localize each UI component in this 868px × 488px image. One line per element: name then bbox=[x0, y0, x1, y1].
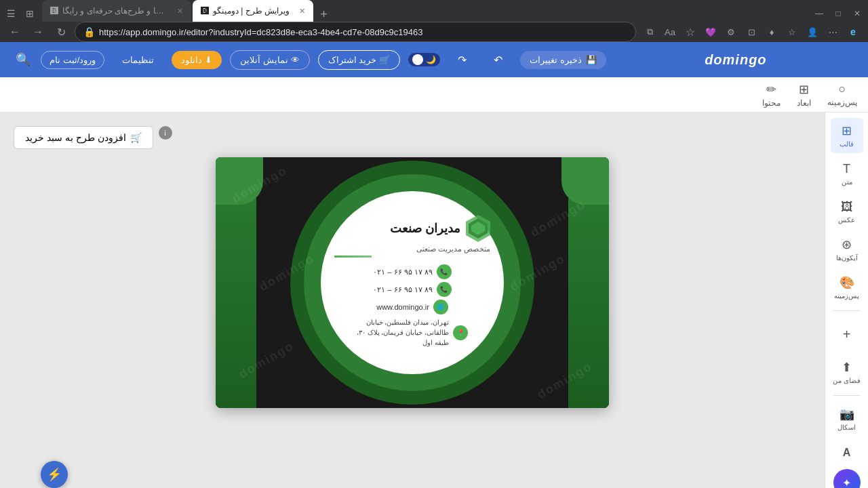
info-icon: i bbox=[159, 126, 172, 140]
tab-label-2: ویرایش طرح | دومینگو bbox=[213, 6, 290, 16]
template-label: قالب bbox=[840, 140, 854, 148]
profile-btn[interactable]: 👤 bbox=[803, 22, 822, 41]
bg-panel-label: پس‌زمینه bbox=[834, 292, 859, 300]
settings-button[interactable]: تنظیمات bbox=[113, 51, 163, 69]
scan-icon: 📷 bbox=[840, 407, 854, 422]
extensions-btn[interactable]: ⊞ bbox=[22, 5, 38, 22]
preview-button[interactable]: 👁 نمایش آنلاین bbox=[230, 50, 310, 70]
panel-photo-btn[interactable]: 🖼 عکس bbox=[831, 194, 863, 229]
forward-button[interactable]: → bbox=[28, 22, 47, 41]
tool-content[interactable]: ✏ محتوا bbox=[762, 82, 781, 108]
panel-divider-1 bbox=[833, 310, 861, 311]
tool-dimensions[interactable]: ⊞ ابعاد bbox=[797, 82, 811, 108]
theme-toggle[interactable]: 🌙 bbox=[408, 53, 440, 66]
moon-icon: 🌙 bbox=[426, 55, 436, 64]
floating-action-button[interactable]: ⚡ bbox=[41, 461, 68, 488]
browser-ext1[interactable]: ⚙ bbox=[722, 22, 741, 41]
tab-editor[interactable]: 🅳 ویرایش طرح | دومینگو ✕ bbox=[193, 0, 313, 22]
website-text: www.domingo.ir bbox=[376, 303, 429, 311]
favorite-btn[interactable]: ☆ bbox=[681, 22, 700, 41]
eye-icon: 👁 bbox=[291, 55, 300, 65]
app-container: domingo 💾 ذخیره تغییرات ↶ ↷ 🌙 🛒 خرید اشت… bbox=[0, 42, 868, 488]
phone1-row: 📞 ۰۲۱ – ۶۶ ۹۵ ۱۷ ۸۹ bbox=[373, 264, 451, 279]
panel-text-btn[interactable]: T متن bbox=[831, 156, 863, 191]
panel-ai-btn[interactable]: ✦ bbox=[833, 469, 861, 488]
company-name-text: مدیران صنعت bbox=[334, 221, 460, 236]
company-name-area: مدیران صنعت bbox=[334, 221, 466, 236]
company-logo-svg bbox=[466, 215, 490, 242]
browser-ext3[interactable]: ♦ bbox=[762, 22, 781, 41]
phone2-text: ۰۲۱ – ۶۶ ۹۵ ۱۷ ۸۹ bbox=[373, 285, 432, 294]
lock-icon: 🔒 bbox=[83, 26, 95, 37]
collections-btn[interactable]: 💜 bbox=[701, 22, 720, 41]
myspace-label: فضای من bbox=[833, 377, 861, 384]
app-header: domingo 💾 ذخیره تغییرات ↶ ↷ 🌙 🛒 خرید اشت… bbox=[0, 42, 868, 77]
toolbar-icons: ⧉ Aa ☆ 💜 ⚙ ⊡ ♦ ☆ 👤 ⋯ e bbox=[640, 22, 863, 41]
panel-divider-2 bbox=[833, 395, 861, 396]
cart-icon: 🛒 bbox=[130, 132, 142, 143]
buy-label: خرید اشتراک bbox=[328, 55, 377, 65]
photo-label: عکس bbox=[838, 216, 855, 224]
download-button[interactable]: ⬇ دانلود bbox=[172, 51, 222, 69]
undo-button[interactable]: ↶ bbox=[484, 49, 512, 70]
photo-icon: 🖼 bbox=[841, 200, 853, 214]
app-logo: domingo bbox=[705, 52, 766, 68]
panel-background-btn[interactable]: 🎨 پس‌زمینه bbox=[831, 270, 863, 305]
phone2-icon: 📞 bbox=[437, 282, 452, 297]
sidebar-toggle[interactable]: ☰ bbox=[3, 5, 19, 22]
scan-label: اسکال bbox=[837, 424, 856, 431]
tab-templates[interactable]: 🅳 قالب‌ها و طرح‌های حرفه‌ای و رایگا... ✕ bbox=[42, 0, 191, 22]
font-icon: A bbox=[843, 447, 851, 459]
website-icon: 🌐 bbox=[433, 300, 448, 314]
login-button[interactable]: ورود/ثبت نام bbox=[41, 51, 104, 69]
canvas-area[interactable]: i 🛒 افزودن طرح به سبد خرید bbox=[0, 113, 825, 488]
redo-button[interactable]: ↷ bbox=[448, 49, 476, 70]
split-screen-btn[interactable]: ⧉ bbox=[640, 22, 659, 41]
edge-icon[interactable]: e bbox=[844, 22, 863, 41]
save-button[interactable]: 💾 ذخیره تغییرات bbox=[520, 51, 606, 69]
panel-icons-btn[interactable]: ⊛ آیکون‌ها bbox=[831, 232, 863, 267]
address-bar[interactable]: 🔒 https://app.domingo.ir/editor?industry… bbox=[75, 22, 636, 42]
settings-label: تنظیمات bbox=[122, 55, 154, 65]
minimize-btn[interactable]: — bbox=[811, 5, 827, 22]
design-card[interactable]: domingo domingo domingo domingo domingo … bbox=[216, 157, 609, 408]
tab-favicon-1: 🅳 bbox=[50, 6, 58, 16]
tool-background[interactable]: ○ پس‌زمینه bbox=[827, 82, 857, 107]
content-tool-icon: ✏ bbox=[766, 82, 776, 97]
browser-frame: ☰ ⊞ 🅳 قالب‌ها و طرح‌های حرفه‌ای و رایگا.… bbox=[0, 0, 868, 488]
panel-font-btn[interactable]: A bbox=[833, 439, 861, 466]
more-btn[interactable]: ⋯ bbox=[823, 22, 842, 41]
panel-template-btn[interactable]: ⊞ قالب bbox=[831, 118, 863, 153]
browser-ext2[interactable]: ⊡ bbox=[742, 22, 761, 41]
tab-label-1: قالب‌ها و طرح‌های حرفه‌ای و رایگا... bbox=[62, 6, 167, 16]
website-row: 🌐 www.domingo.ir bbox=[376, 300, 448, 314]
download-icon: ⬇ bbox=[205, 55, 212, 65]
ai-icon: ✦ bbox=[842, 476, 851, 489]
panel-myspace-btn[interactable]: ⬆ فضای من bbox=[831, 354, 863, 390]
bg-panel-icon: 🎨 bbox=[840, 275, 854, 290]
search-button-header[interactable]: 🔍 bbox=[14, 50, 33, 69]
company-tagline: متخصص مدیریت صنعتی bbox=[334, 245, 490, 253]
reading-mode-btn[interactable]: Aa bbox=[660, 22, 679, 41]
tab-close-1[interactable]: ✕ bbox=[172, 7, 183, 16]
dimensions-tool-icon: ⊞ bbox=[799, 82, 809, 97]
panel-scan-btn[interactable]: 📷 اسکال bbox=[831, 401, 863, 436]
add-to-cart-button[interactable]: 🛒 افزودن طرح به سبد خرید bbox=[14, 126, 153, 149]
save-label: ذخیره تغییرات bbox=[530, 55, 582, 65]
add-to-cart-label: افزودن طرح به سبد خرید bbox=[25, 132, 126, 143]
toggle-indicator bbox=[412, 54, 423, 65]
tab-close-2[interactable]: ✕ bbox=[294, 7, 305, 16]
corner-tr bbox=[561, 157, 609, 205]
maximize-btn[interactable]: □ bbox=[830, 5, 846, 22]
green-divider bbox=[334, 256, 372, 258]
new-tab-button[interactable]: + bbox=[315, 7, 333, 22]
panel-add-btn[interactable]: + bbox=[831, 317, 863, 352]
back-button[interactable]: ← bbox=[5, 22, 24, 41]
buy-subscription-button[interactable]: 🛒 خرید اشتراک bbox=[318, 50, 400, 70]
favorites-bar-btn[interactable]: ☆ bbox=[783, 22, 802, 41]
address-line1: تهران، میدان فلسطین، خیابان bbox=[357, 317, 449, 327]
close-window-btn[interactable]: ✕ bbox=[849, 5, 865, 22]
address-line3: طبقه اول bbox=[357, 338, 449, 348]
refresh-button[interactable]: ↻ bbox=[52, 22, 71, 41]
template-icon: ⊞ bbox=[842, 123, 852, 138]
